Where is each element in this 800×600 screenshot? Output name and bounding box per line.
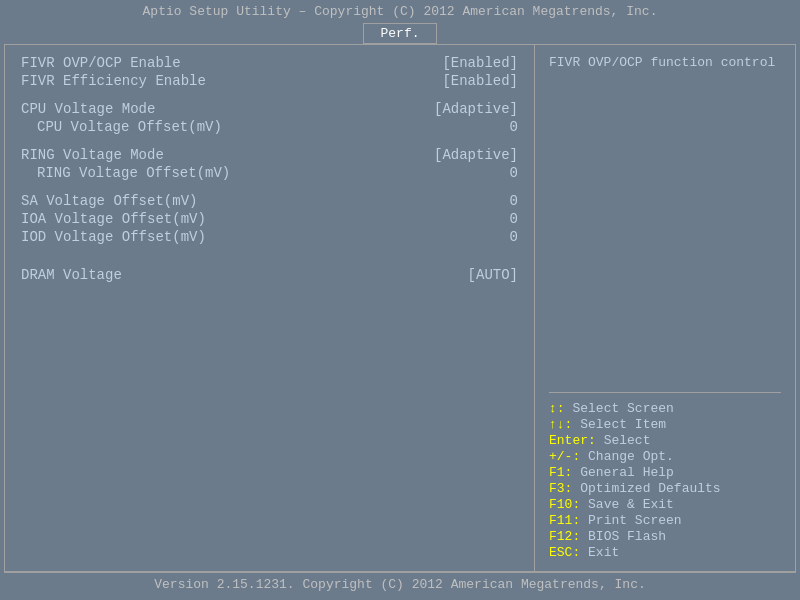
setting-label: RING Voltage Offset(mV) (37, 165, 230, 181)
list-item[interactable]: FIVR OVP/OCP Enable [Enabled] (21, 55, 518, 71)
divider (549, 392, 781, 393)
key-description: Change Opt. (588, 449, 674, 464)
setting-label: DRAM Voltage (21, 267, 122, 283)
setting-label: CPU Voltage Offset(mV) (37, 119, 222, 135)
setting-value: [Enabled] (442, 55, 518, 71)
help-line: F12: BIOS Flash (549, 529, 781, 544)
right-panel: FIVR OVP/OCP function control ↕: Select … (535, 45, 795, 571)
setting-label: FIVR Efficiency Enable (21, 73, 206, 89)
key-description: Optimized Defaults (580, 481, 720, 496)
list-item[interactable]: CPU Voltage Offset(mV) 0 (37, 119, 518, 135)
setting-value: 0 (510, 229, 518, 245)
key-label: F10: (549, 497, 580, 512)
key-label: F11: (549, 513, 580, 528)
setting-label: RING Voltage Mode (21, 147, 164, 163)
tab-perf[interactable]: Perf. (363, 23, 436, 44)
key-label: F12: (549, 529, 580, 544)
list-item[interactable]: SA Voltage Offset(mV) 0 (21, 193, 518, 209)
setting-value: 0 (510, 165, 518, 181)
header-title: Aptio Setup Utility – Copyright (C) 2012… (0, 4, 800, 19)
setting-value: [Adaptive] (434, 147, 518, 163)
footer-text: Version 2.15.1231. Copyright (C) 2012 Am… (154, 577, 645, 592)
key-description: General Help (580, 465, 674, 480)
key-description: Print Screen (588, 513, 682, 528)
setting-label: CPU Voltage Mode (21, 101, 155, 117)
help-line: +/-: Change Opt. (549, 449, 781, 464)
key-description: Select Screen (572, 401, 673, 416)
bios-screen: Aptio Setup Utility – Copyright (C) 2012… (0, 0, 800, 600)
key-label: Enter: (549, 433, 596, 448)
help-line: ↑↓: Select Item (549, 417, 781, 432)
help-line: ↕: Select Screen (549, 401, 781, 416)
setting-label: SA Voltage Offset(mV) (21, 193, 197, 209)
setting-label: IOA Voltage Offset(mV) (21, 211, 206, 227)
list-item[interactable]: IOA Voltage Offset(mV) 0 (21, 211, 518, 227)
help-line: F11: Print Screen (549, 513, 781, 528)
key-label: ↑↓: (549, 417, 572, 432)
title-bar: Aptio Setup Utility – Copyright (C) 2012… (0, 0, 800, 44)
help-line: F1: General Help (549, 465, 781, 480)
key-label: ESC: (549, 545, 580, 560)
list-item[interactable]: FIVR Efficiency Enable [Enabled] (21, 73, 518, 89)
setting-value: [Enabled] (442, 73, 518, 89)
key-description: BIOS Flash (588, 529, 666, 544)
help-line: Enter: Select (549, 433, 781, 448)
list-item[interactable]: IOD Voltage Offset(mV) 0 (21, 229, 518, 245)
key-description: Select Item (580, 417, 666, 432)
setting-value: [AUTO] (468, 267, 518, 283)
setting-value: [Adaptive] (434, 101, 518, 117)
description-text: FIVR OVP/OCP function control (549, 55, 781, 70)
left-panel: FIVR OVP/OCP Enable [Enabled] FIVR Effic… (5, 45, 535, 571)
key-label: +/-: (549, 449, 580, 464)
help-keys: ↕: Select Screen ↑↓: Select Item Enter: … (549, 401, 781, 561)
setting-value: 0 (510, 211, 518, 227)
tab-bar: Perf. (0, 23, 800, 44)
key-description: Save & Exit (588, 497, 674, 512)
list-item[interactable]: CPU Voltage Mode [Adaptive] (21, 101, 518, 117)
help-line: ESC: Exit (549, 545, 781, 560)
setting-value: 0 (510, 119, 518, 135)
footer: Version 2.15.1231. Copyright (C) 2012 Am… (4, 572, 796, 596)
key-description: Exit (588, 545, 619, 560)
setting-label: IOD Voltage Offset(mV) (21, 229, 206, 245)
list-item[interactable]: RING Voltage Offset(mV) 0 (37, 165, 518, 181)
help-line: F10: Save & Exit (549, 497, 781, 512)
list-item[interactable]: DRAM Voltage [AUTO] (21, 267, 518, 283)
main-content: FIVR OVP/OCP Enable [Enabled] FIVR Effic… (4, 44, 796, 572)
setting-label: FIVR OVP/OCP Enable (21, 55, 181, 71)
key-label: ↕: (549, 401, 565, 416)
help-line: F3: Optimized Defaults (549, 481, 781, 496)
key-label: F3: (549, 481, 572, 496)
key-description: Select (604, 433, 651, 448)
list-item[interactable]: RING Voltage Mode [Adaptive] (21, 147, 518, 163)
setting-value: 0 (510, 193, 518, 209)
key-label: F1: (549, 465, 572, 480)
